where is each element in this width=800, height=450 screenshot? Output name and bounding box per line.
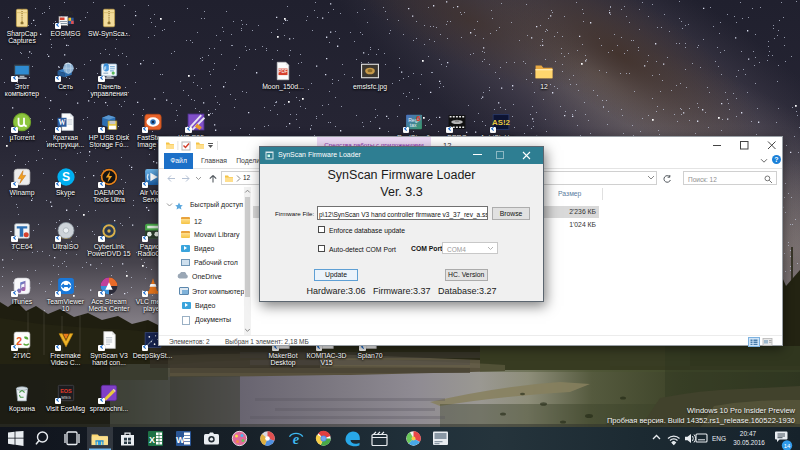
- svg-text:6: 6: [416, 114, 421, 123]
- svg-text:W: W: [58, 118, 66, 127]
- svg-text:14: 14: [784, 443, 791, 449]
- svg-text:ENG: ENG: [712, 435, 726, 442]
- svg-text:W: W: [176, 435, 185, 445]
- svg-text:EOS: EOS: [60, 388, 72, 394]
- svg-text:PDF: PDF: [278, 69, 288, 74]
- svg-text:AS!2: AS!2: [492, 118, 511, 127]
- svg-text:EOS: EOS: [58, 9, 72, 17]
- svg-text:20:47: 20:47: [740, 430, 757, 437]
- svg-text:MSG: MSG: [61, 395, 71, 400]
- svg-text:X: X: [149, 435, 155, 445]
- svg-text:S: S: [61, 170, 69, 184]
- svg-text:30.05.2016: 30.05.2016: [733, 439, 765, 446]
